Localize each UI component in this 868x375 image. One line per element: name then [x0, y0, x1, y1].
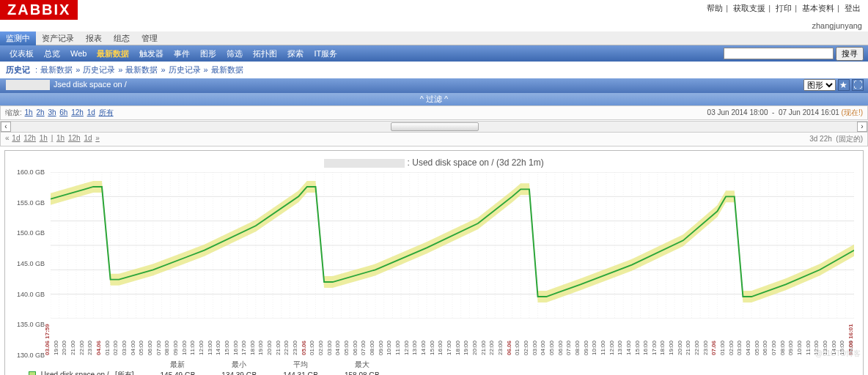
nav-bar: « 1d 12h 1h | 1h 12h 1d » 3d 22h (固定的) [0, 133, 868, 146]
nav-link[interactable]: 1h [40, 134, 48, 142]
breadcrumb-link[interactable]: 历史记录 [83, 65, 115, 74]
search-button[interactable]: 搜寻 [836, 47, 864, 61]
legend-swatch [29, 371, 36, 375]
breadcrumb: 历史记 :最新数据»历史记录»最新数据»历史记录»最新数据 [0, 62, 868, 78]
watermark: @51CTO博客 [815, 349, 861, 359]
nav-link[interactable]: | [51, 134, 54, 142]
main-tab[interactable]: 组态 [108, 31, 136, 45]
breadcrumb-link[interactable]: 最新数据 [211, 65, 243, 74]
view-mode-select[interactable]: 图形 [803, 79, 836, 91]
nav-link[interactable]: 1h [56, 134, 65, 142]
duration-label: 3d 22h [809, 135, 832, 143]
nav-link[interactable]: 12h [23, 134, 36, 142]
scroll-thumb[interactable] [391, 122, 479, 131]
filter-toggle[interactable]: ^ 过滤 ^ [0, 93, 868, 105]
breadcrumb-label: 历史记 [6, 65, 30, 74]
chart-title: : Used disk space on / (3d 22h 1m) [10, 155, 858, 172]
nav-link[interactable]: 1d [12, 134, 20, 142]
main-tab[interactable]: 管理 [136, 31, 163, 45]
time-range: 03 Jun 2014 18:00 - 07 Jun 2014 16:01 (现… [707, 108, 863, 118]
search-box: 搜寻 [724, 47, 864, 61]
submenu-item[interactable]: 探索 [282, 48, 309, 60]
chart-container: : Used disk space on / (3d 22h 1m) 130.0… [4, 150, 864, 375]
submenu-item[interactable]: 触发器 [134, 48, 169, 60]
zoom-label: 缩放: [5, 108, 22, 116]
zoom-link[interactable]: 6h [59, 108, 67, 116]
breadcrumb-link[interactable]: 历史记录 [169, 65, 201, 74]
nav-link[interactable]: 1d [84, 134, 92, 142]
nav-link[interactable]: » [95, 134, 100, 142]
submenu-item[interactable]: IT服务 [309, 48, 342, 60]
zoom-link[interactable]: 1d [87, 108, 95, 116]
zoom-link[interactable]: 3h [48, 108, 56, 116]
zoom-link[interactable]: 2h [36, 108, 44, 116]
link-help[interactable]: 帮助 [707, 4, 723, 12]
logo: ZABBIX [0, 0, 78, 20]
y-axis: 130.0 GB135.0 GB140.0 GB145.0 GB150.0 GB… [10, 172, 48, 355]
submenu-item[interactable]: 最新数据 [92, 48, 134, 60]
zoom-bar: 缩放: 1h 2h 3h 6h 12h 1d 所有 03 Jun 2014 18… [0, 105, 868, 120]
nav-link[interactable]: 12h [68, 134, 81, 142]
add-favorite-icon[interactable]: ★ [838, 79, 850, 91]
main-tab[interactable]: 报表 [80, 31, 108, 45]
submenu-item[interactable]: 筛选 [221, 48, 248, 60]
sub-menu: 仪表板总览Web最新数据触发器事件图形筛选拓扑图探索IT服务 搜寻 [0, 45, 868, 62]
submenu-item[interactable]: 仪表板 [4, 48, 39, 60]
host-blank [6, 80, 50, 90]
search-input[interactable] [724, 48, 834, 59]
link-profile[interactable]: 基本资料 [802, 4, 834, 12]
current-user: zhangjunyang [0, 20, 868, 31]
breadcrumb-link[interactable]: 最新数据 [125, 65, 158, 74]
time-scroll[interactable]: ‹ › [0, 121, 868, 133]
link-logout[interactable]: 登出 [845, 4, 861, 12]
submenu-item[interactable]: 总览 [39, 48, 65, 60]
main-tabs: 监测中资产记录报表组态管理 [0, 31, 868, 45]
legend: 最新最小 平均最大 Used disk space on / [所有] 145.… [10, 355, 858, 375]
link-support[interactable]: 获取支援 [733, 4, 765, 12]
submenu-item[interactable]: 事件 [169, 48, 195, 60]
main-tab[interactable]: 监测中 [0, 31, 36, 45]
submenu-item[interactable]: Web [65, 48, 92, 59]
now-link[interactable]: (现在!) [842, 108, 863, 116]
submenu-item[interactable]: 拓扑图 [248, 48, 282, 60]
panel-title: Jsed disk space on / [54, 80, 127, 89]
zoom-link[interactable]: 1h [25, 108, 33, 116]
top-links: 帮助| 获取支援| 打印| 基本资料| 登出 [699, 0, 868, 17]
plot-area [51, 172, 854, 319]
submenu-item[interactable]: 图形 [195, 48, 221, 60]
zoom-link[interactable]: 所有 [99, 108, 114, 116]
header: ZABBIX 帮助| 获取支援| 打印| 基本资料| 登出 [0, 0, 868, 20]
link-print[interactable]: 打印 [776, 4, 792, 12]
scroll-left-icon[interactable]: ‹ [1, 122, 11, 132]
fullscreen-icon[interactable]: ⛶ [852, 79, 864, 91]
panel-header: Jsed disk space on / 图形 ★ ⛶ [0, 78, 868, 93]
x-axis: 19:0020:0021:0022:0023:0004.0601:0002:00… [51, 319, 854, 355]
main-tab[interactable]: 资产记录 [36, 31, 80, 45]
scroll-right-icon[interactable]: › [857, 122, 867, 132]
fixed-label: (固定的) [836, 135, 863, 143]
zoom-link[interactable]: 12h [71, 108, 84, 116]
breadcrumb-link[interactable]: 最新数据 [40, 65, 73, 74]
